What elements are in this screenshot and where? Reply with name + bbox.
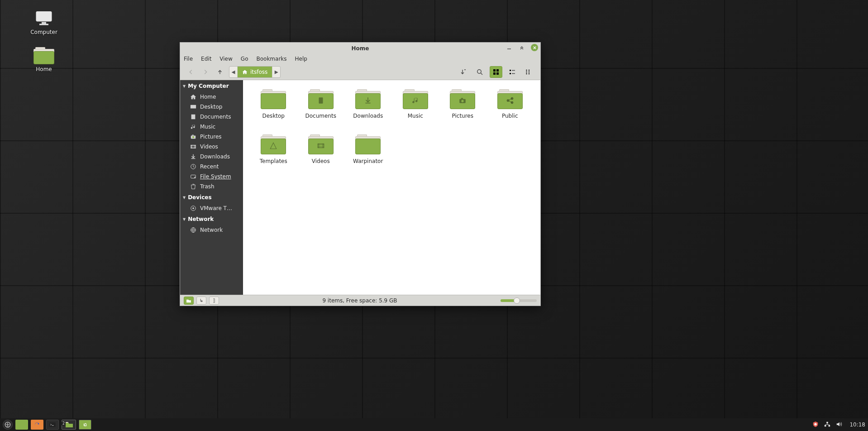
sidebar-item-pictures[interactable]: Pictures [180, 132, 243, 142]
svg-point-28 [526, 73, 527, 74]
svg-rect-43 [827, 421, 829, 423]
sidebar-item-music[interactable]: Music [180, 122, 243, 132]
menu-view[interactable]: View [219, 56, 232, 62]
sidebar-section-devices[interactable]: ▼Devices [180, 192, 243, 203]
svg-rect-33 [191, 115, 196, 120]
desktop-icon-area: Computer Home [28, 9, 60, 72]
view-list-button[interactable] [506, 66, 519, 78]
folder-item[interactable]: Music [394, 89, 437, 119]
sidebar-places-button[interactable] [184, 297, 194, 305]
show-desktop-button[interactable] [15, 420, 28, 430]
task-file-manager[interactable]: 2 [62, 420, 76, 430]
svg-rect-23 [496, 72, 499, 75]
sidebar-section-network[interactable]: ▼Network [180, 213, 243, 225]
menubar: File Edit View Go Bookmarks Help [180, 54, 540, 64]
desktop-icon-label: Home [36, 66, 52, 72]
sidebar-item-trash[interactable]: Trash [180, 182, 243, 192]
toggle-location-button[interactable] [457, 66, 470, 78]
system-tray: 10:18 [812, 421, 865, 429]
window-controls [506, 44, 538, 51]
statusbar: ↳ ⟧ 9 items, Free space: 5.9 GB [180, 295, 540, 306]
folder-icon [355, 89, 381, 109]
desktop-icon-label: Computer [30, 29, 57, 35]
svg-point-26 [526, 69, 527, 70]
folder-grid[interactable]: Desktop Documents Downloads Music [243, 80, 540, 295]
launcher-terminal[interactable] [46, 420, 59, 430]
folder-label: Music [408, 113, 423, 119]
folder-icon [403, 89, 428, 109]
folder-item[interactable]: Templates [252, 134, 295, 164]
svg-rect-41 [825, 425, 826, 426]
sidebar-item-network[interactable]: Network [180, 225, 243, 235]
path-prev-button[interactable]: ◂ [229, 67, 238, 77]
tray-volume-icon[interactable] [836, 421, 842, 429]
pathbar: ◂ itsfoss ▸ [229, 66, 281, 78]
folder-label: Downloads [353, 113, 383, 119]
svg-point-31 [529, 73, 529, 74]
desktop-icon-home[interactable]: Home [28, 47, 60, 72]
menu-go[interactable]: Go [241, 56, 248, 62]
sidebar-section-my-computer[interactable]: ▼My Computer [180, 80, 243, 92]
folder-icon [450, 89, 475, 109]
view-compact-button[interactable] [522, 66, 535, 78]
nav-up-button[interactable] [215, 67, 225, 77]
minimize-button[interactable] [506, 44, 513, 51]
search-button[interactable] [473, 66, 486, 78]
desktop: Computer Home Home File Edit View Go Boo… [0, 0, 868, 431]
svg-rect-24 [510, 70, 511, 71]
menu-help[interactable]: Help [295, 56, 307, 62]
titlebar[interactable]: Home [180, 43, 540, 54]
window-title: Home [180, 45, 540, 52]
sidebar-item-home[interactable]: Home [180, 92, 243, 102]
path-next-button[interactable]: ▸ [272, 67, 280, 77]
maximize-button[interactable] [518, 44, 525, 51]
svg-point-40 [815, 423, 817, 425]
sidebar-item-vmware[interactable]: VMware T… [180, 203, 243, 213]
folder-item[interactable]: Warpinator [347, 134, 390, 164]
view-icons-button[interactable] [490, 66, 502, 78]
sidebar-item-documents[interactable]: Documents [180, 112, 243, 122]
sidebar-item-downloads[interactable]: Downloads [180, 152, 243, 162]
folder-icon [308, 134, 334, 154]
close-button[interactable] [531, 44, 538, 51]
sidebar-item-recent[interactable]: Recent [180, 162, 243, 172]
folder-item[interactable]: Pictures [441, 89, 484, 119]
launcher-firefox[interactable] [31, 420, 43, 430]
folder-label: Desktop [262, 113, 285, 119]
menu-bookmarks[interactable]: Bookmarks [256, 56, 286, 62]
folder-item[interactable]: Documents [300, 89, 343, 119]
folder-icon [308, 89, 334, 109]
folder-icon [355, 134, 381, 154]
folder-label: Public [502, 113, 518, 119]
file-manager-window: Home File Edit View Go Bookmarks Help ◂ [180, 42, 541, 306]
nav-back-button[interactable] [186, 67, 196, 77]
sidebar-item-videos[interactable]: Videos [180, 142, 243, 152]
tray-network-icon[interactable] [824, 421, 830, 429]
task-mint-welcome[interactable] [79, 420, 91, 430]
path-crumb-home[interactable]: itsfoss [238, 67, 272, 77]
menu-button[interactable] [3, 420, 13, 430]
desktop-icon-computer[interactable]: Computer [28, 9, 60, 35]
nav-forward-button[interactable] [200, 67, 211, 77]
task-badge: 2 [62, 421, 66, 426]
folder-item[interactable]: Public [489, 89, 532, 119]
sidebar-item-desktop[interactable]: Desktop [180, 102, 243, 112]
svg-point-29 [529, 69, 529, 70]
sidebar: ▼My Computer Home Desktop Documents Musi… [180, 80, 243, 295]
folder-item[interactable]: Desktop [252, 89, 295, 119]
svg-point-19 [477, 69, 481, 73]
svg-rect-37 [49, 422, 55, 427]
svg-point-30 [529, 71, 529, 72]
tray-updates-icon[interactable] [812, 421, 819, 429]
menu-file[interactable]: File [184, 56, 193, 62]
menu-edit[interactable]: Edit [201, 56, 211, 62]
clock[interactable]: 10:18 [849, 421, 865, 428]
sidebar-tree-button[interactable]: ↳ [196, 297, 206, 305]
sidebar-item-file-system[interactable]: File System [180, 172, 243, 182]
zoom-slider[interactable] [501, 299, 537, 302]
folder-item[interactable]: Downloads [347, 89, 390, 119]
svg-rect-22 [493, 72, 496, 75]
svg-rect-25 [510, 73, 511, 74]
sidebar-hide-button[interactable]: ⟧ [209, 297, 219, 305]
folder-item[interactable]: Videos [300, 134, 343, 164]
